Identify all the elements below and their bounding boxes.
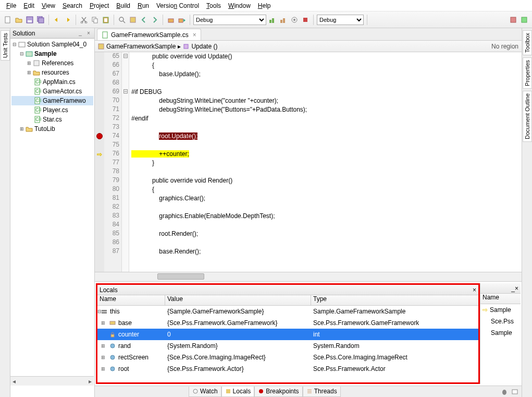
code-line[interactable]: { [129,61,522,70]
locals-row[interactable]: ⊟this{Sample.GameFrameworkSample}Sample.… [97,306,478,317]
stop-icon[interactable] [301,15,310,25]
editor-hscrollbar[interactable] [95,272,522,281]
properties-tab[interactable]: Properties [523,57,532,89]
file-label[interactable]: GameFramewo [43,97,86,104]
build-icon[interactable] [166,15,176,25]
locals-row[interactable]: ⊞base{Sce.Pss.Framework.GameFramework}Sc… [97,317,478,329]
toolbox-tab[interactable]: Toolbox [523,30,532,55]
col-name[interactable]: Name [480,294,499,304]
code-line[interactable]: #endif [129,114,522,123]
menu-view[interactable]: View [39,1,58,10]
menu-tools[interactable]: Tools [203,1,224,10]
file-label[interactable]: Player.cs [43,106,68,114]
code-line[interactable]: ++counter; [129,150,522,159]
save-all-icon[interactable] [36,15,45,25]
undo-icon[interactable] [52,15,61,25]
menu-run[interactable]: Run [134,1,152,10]
code-line[interactable] [129,238,522,247]
panel-minimize-icon[interactable]: _ [511,285,515,292]
navigate-fwd-icon[interactable] [150,15,159,25]
region-label[interactable]: No region [491,43,518,50]
panel-minimize-icon[interactable]: _ [77,30,84,37]
class-icon[interactable] [128,15,138,25]
solution-tree[interactable]: ⊟Solution Sample04_0 ⊟Sample ⊞References… [10,39,94,397]
code-line[interactable] [129,167,522,176]
breadcrumb-method[interactable]: Update () [191,43,217,50]
locals-row[interactable]: ⊞rand{System.Random}System.Random [97,340,478,352]
run-icon[interactable] [268,15,277,25]
menu-edit[interactable]: Edit [20,1,38,10]
menu-project[interactable]: Project [86,1,112,10]
code-line[interactable]: public override void Update() [129,52,522,61]
editor-tab[interactable]: GameFrameworkSample.cs × [97,29,201,40]
stack-frame[interactable]: Sample [490,306,511,314]
plugin-icon-2[interactable] [519,15,529,25]
menu-help[interactable]: Help [255,1,274,10]
debug-icon[interactable] [279,15,288,25]
open-icon[interactable] [14,15,23,25]
panel-close-icon[interactable]: × [85,30,92,37]
code-line[interactable] [129,203,522,212]
solution-hscrollbar[interactable]: ◂▸ [10,376,94,386]
code-editor[interactable]: ⇨ 65666768697071727374757677787980818283… [95,52,522,272]
tab-locals[interactable]: Locals [221,387,255,397]
menu-window[interactable]: Window [225,1,254,10]
file-label[interactable]: AppMain.cs [43,78,76,86]
unit-tests-tab[interactable]: Unit Tests [1,30,10,61]
code-line[interactable]: public override void Render() [129,176,522,185]
fold-toggle[interactable]: ⊟ [122,88,129,97]
new-file-icon[interactable] [3,15,13,25]
code-line[interactable]: } [129,159,522,167]
attach-icon[interactable] [290,15,299,25]
menu-build[interactable]: Build [113,1,133,10]
code-line[interactable] [129,141,522,150]
menu-file[interactable]: File [3,1,19,10]
paste-icon[interactable] [101,15,110,25]
cut-icon[interactable] [79,15,89,25]
save-icon[interactable] [25,15,34,25]
locals-row[interactable]: ⊞rectScreen{Sce.Pss.Core.Imaging.ImageRe… [97,352,478,363]
code-line[interactable]: root.Render(); [129,230,522,238]
config-select-1[interactable]: Debug [193,15,266,25]
code-line[interactable] [129,79,522,88]
code-line[interactable]: graphics.Clear(); [129,194,522,203]
panel-close-icon[interactable]: × [473,286,476,294]
file-label[interactable]: GameActor.cs [43,88,82,95]
col-type[interactable]: Type [311,295,478,305]
code-line[interactable]: root.Update(); [129,132,522,141]
code-line[interactable] [129,221,522,230]
code-line[interactable]: base.Update(); [129,70,522,79]
tab-breakpoints[interactable]: Breakpoints [254,387,302,397]
output-icon[interactable] [511,388,518,395]
code-line[interactable]: #if DEBUG [129,88,522,97]
stack-frame[interactable]: Sce.Pss [480,316,521,327]
copy-icon[interactable] [90,15,100,25]
col-value[interactable]: Value [165,295,311,305]
build-run-icon[interactable] [177,15,187,25]
code-line[interactable] [129,123,522,132]
code-line[interactable]: graphics.Enable(EnableMode.DepthTest); [129,212,522,221]
file-label[interactable]: Star.cs [43,116,62,123]
doc-outline-tab[interactable]: Document Outline [523,91,532,142]
panel-close-icon[interactable]: × [515,285,518,292]
stack-frame[interactable]: Sample [480,327,521,339]
code-line[interactable]: debugString.WriteLine("counter "+counter… [129,97,522,105]
close-icon[interactable]: × [193,31,196,39]
code-line[interactable]: base.Render(); [129,247,522,256]
redo-icon[interactable] [63,15,72,25]
menu-search[interactable]: Search [59,1,85,10]
navigate-back-icon[interactable] [139,15,149,25]
plugin-icon-1[interactable] [509,15,518,25]
bug-icon[interactable] [501,388,508,395]
locals-row[interactable]: counter0int [97,329,478,340]
menu-version-control[interactable]: Version Control [153,1,202,10]
config-select-2[interactable]: Debug [317,15,364,25]
breadcrumb-class[interactable]: GameFrameworkSample [106,43,176,50]
code-line[interactable]: { [129,185,522,194]
tab-threads[interactable]: Threads [303,387,341,397]
find-icon[interactable] [117,15,127,25]
tab-watch[interactable]: Watch [189,387,221,397]
col-name[interactable]: Name [97,295,165,305]
locals-row[interactable]: ⊞root{Sce.Pss.Framework.Actor}Sce.Pss.Fr… [97,363,478,375]
code-line[interactable]: debugString.WriteLine("Buttons="+PadData… [129,105,522,114]
